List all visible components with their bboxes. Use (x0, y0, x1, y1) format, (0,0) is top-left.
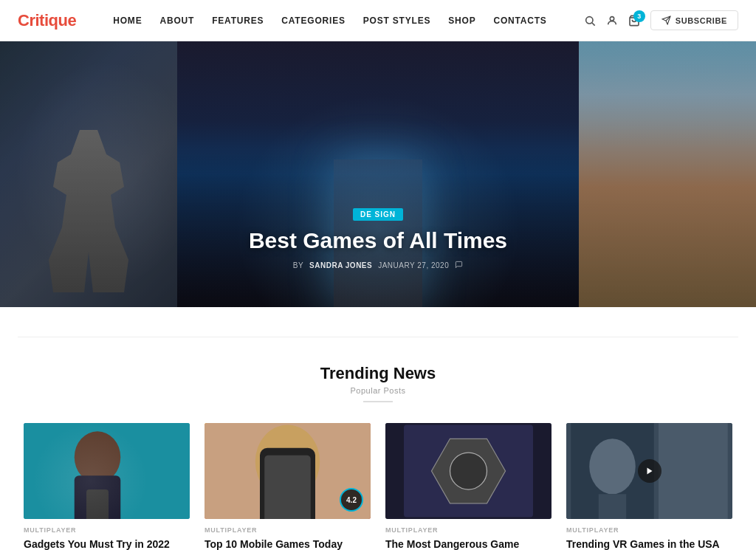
nav-home[interactable]: HOME (113, 16, 142, 26)
card-2[interactable]: 4.2 MULTIPLAYER Top 10 Mobile Games Toda… (205, 423, 371, 550)
nav-shop[interactable]: SHOP (448, 16, 475, 26)
section-divider (18, 337, 738, 337)
card-4[interactable]: MULTIPLAYER Trending VR Games in the USA… (566, 423, 732, 550)
cards-grid: MULTIPLAYER Gadgets You Must Try in 2022… (24, 423, 732, 550)
trending-section: Trending News Popular Posts MULTIPLAYER … (0, 307, 756, 550)
cart-button[interactable]: 3 (628, 15, 640, 27)
hero-right-image (579, 41, 756, 307)
hero-left-image (0, 41, 177, 307)
hero-author-prefix: BY (293, 261, 303, 269)
svg-rect-8 (75, 475, 121, 519)
nav-categories[interactable]: CATEGORIES (281, 16, 345, 26)
section-line (363, 401, 393, 402)
nav-about[interactable]: ABOUT (159, 16, 194, 26)
subscribe-button[interactable]: SUBSCRIBE (650, 10, 738, 30)
card-4-play-button[interactable] (638, 459, 662, 483)
header-icons: 3 SUBSCRIBE (584, 10, 738, 30)
card-3-category: MULTIPLAYER (385, 526, 551, 534)
user-button[interactable] (606, 15, 618, 27)
svg-marker-23 (647, 468, 652, 475)
card-3-image (385, 423, 551, 519)
logo-text: Critique (18, 11, 76, 30)
hero-slide-left[interactable] (0, 41, 177, 307)
card-4-title: Trending VR Games in the USA (566, 537, 732, 550)
card-2-title: Top 10 Mobile Games Today (205, 537, 371, 550)
search-button[interactable] (584, 15, 596, 27)
card-3[interactable]: MULTIPLAYER The Most Dangerous Game BY S… (385, 423, 551, 550)
hero-date: JANUARY 27, 2020 (378, 261, 449, 269)
svg-rect-13 (264, 456, 311, 519)
site-logo[interactable]: Critique (18, 11, 76, 30)
main-nav: HOME ABOUT FEATURES CATEGORIES POST STYL… (113, 16, 546, 26)
hero-slide-right[interactable] (579, 41, 756, 307)
section-title: Trending News (18, 364, 738, 383)
card-4-category: MULTIPLAYER (566, 526, 732, 534)
card-3-thumb (385, 423, 551, 519)
hero-tag: DE SIGN (353, 208, 403, 221)
card-2-rating: 4.2 (340, 488, 363, 512)
hero-title: Best Games of All Times (177, 228, 579, 253)
svg-rect-20 (659, 423, 728, 519)
svg-rect-9 (86, 489, 109, 519)
card-1-category: MULTIPLAYER (24, 526, 190, 534)
hero-content: DE SIGN Best Games of All Times BY SANDR… (177, 207, 579, 270)
card-1-thumb (24, 423, 190, 519)
card-2-category: MULTIPLAYER (205, 526, 371, 534)
section-header: Trending News Popular Posts (18, 364, 738, 402)
site-header: Critique HOME ABOUT FEATURES CATEGORIES … (0, 0, 756, 41)
subscribe-label: SUBSCRIBE (676, 16, 727, 25)
svg-rect-6 (24, 423, 190, 519)
hero-slide-center[interactable]: DE SIGN Best Games of All Times BY SANDR… (177, 41, 579, 307)
svg-line-1 (592, 23, 595, 26)
comment-icon (455, 261, 463, 270)
hero-slider: DE SIGN Best Games of All Times BY SANDR… (0, 41, 756, 307)
hero-meta: BY SANDRA JONES JANUARY 27, 2020 (177, 261, 579, 270)
svg-point-17 (450, 453, 487, 489)
card-2-thumb: 4.2 (205, 423, 371, 519)
svg-point-21 (589, 439, 636, 494)
card-1-image (24, 423, 190, 519)
svg-point-2 (610, 16, 614, 20)
card-4-thumb (566, 423, 732, 519)
nav-post-styles[interactable]: POST STYLES (363, 16, 430, 26)
nav-contacts[interactable]: CONTACTS (493, 16, 546, 26)
nav-features[interactable]: FEATURES (212, 16, 264, 26)
svg-point-0 (585, 16, 592, 23)
card-1-title: Gadgets You Must Try in 2022 (24, 537, 190, 550)
card-1[interactable]: MULTIPLAYER Gadgets You Must Try in 2022… (24, 423, 190, 550)
svg-point-7 (75, 431, 121, 483)
section-subtitle: Popular Posts (18, 386, 738, 395)
hero-author: SANDRA JONES (309, 261, 372, 269)
svg-rect-22 (599, 494, 627, 519)
card-3-title: The Most Dangerous Game (385, 537, 551, 550)
cart-count: 3 (633, 10, 645, 22)
